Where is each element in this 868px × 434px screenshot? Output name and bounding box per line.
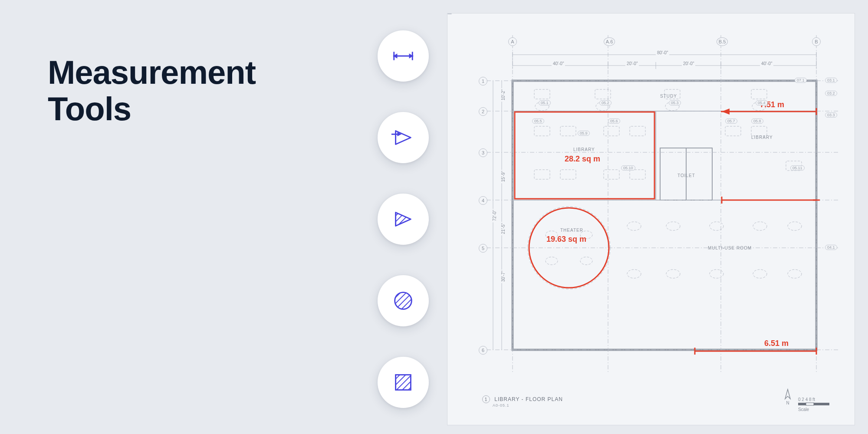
room-library-right: LIBRARY <box>751 135 773 140</box>
svg-point-80 <box>580 257 592 265</box>
title-line-1: Measurement <box>48 54 256 91</box>
scale-values: 0 2 4 8 ft <box>798 397 837 402</box>
scale-label: Scale <box>798 407 837 412</box>
grid-row-4: 4 <box>479 196 487 205</box>
svg-marker-102 <box>785 389 790 399</box>
tag-071: 07.1 <box>795 78 807 83</box>
tag-051: 05.1 <box>539 100 551 105</box>
triangle-area-button[interactable] <box>378 194 429 245</box>
dim-left-total: 72'-0" <box>492 209 497 222</box>
svg-rect-48 <box>534 89 550 99</box>
grid-row-2: 2 <box>479 107 487 116</box>
tag-052: 05.2 <box>599 100 612 105</box>
sheet-ref: A0-05.1 <box>493 403 563 408</box>
room-study: STUDY <box>660 94 677 99</box>
tag-057: 05.7 <box>725 118 737 124</box>
grid-row-1: 1 <box>479 77 487 85</box>
svg-marker-85 <box>722 108 730 115</box>
square-hatch-icon <box>391 370 416 395</box>
svg-point-71 <box>788 222 802 230</box>
dim-left-seg1: 10'-2" <box>501 88 506 102</box>
grid-col-B5: B.5 <box>717 37 728 46</box>
dim-left-seg2: 15'-9" <box>501 170 506 183</box>
tag-053: 05.3 <box>669 100 681 105</box>
measurement-rect-area: 28.2 sq m <box>565 155 600 164</box>
measurement-circle-area: 19.63 sq m <box>546 235 586 244</box>
tag-033: 03.3 <box>825 112 837 118</box>
perimeter-arrow-icon <box>391 125 416 150</box>
svg-rect-57 <box>560 126 576 136</box>
grid-row-6: 6 <box>479 346 487 355</box>
svg-rect-103 <box>798 403 806 405</box>
svg-rect-59 <box>630 126 645 136</box>
svg-point-75 <box>753 270 767 278</box>
svg-line-24 <box>391 370 403 382</box>
svg-rect-31 <box>513 81 816 350</box>
svg-rect-61 <box>560 170 576 179</box>
tag-054: 05.4 <box>756 100 768 105</box>
dim-top-left: 40'-0" <box>552 61 565 66</box>
circle-area-button[interactable] <box>378 275 429 326</box>
grid-col-A6: A.6 <box>604 37 615 46</box>
svg-line-29 <box>404 383 415 394</box>
svg-rect-105 <box>814 403 829 405</box>
sheet-number: 1 <box>482 395 490 403</box>
svg-rect-63 <box>630 170 645 179</box>
circle-hatch-icon <box>391 288 416 313</box>
sheet-title: 1 LIBRARY - FLOOR PLAN A0-05.1 <box>482 395 563 408</box>
tag-059: 05.9 <box>578 131 590 136</box>
perimeter-measure-button[interactable] <box>378 112 429 163</box>
grid-row-3: 3 <box>479 148 487 157</box>
svg-point-70 <box>753 222 767 230</box>
svg-line-10 <box>391 207 409 225</box>
svg-rect-60 <box>534 170 550 179</box>
title-line-2: Tools <box>48 90 131 127</box>
sheet-title-text: LIBRARY - FLOOR PLAN <box>494 396 563 402</box>
tag-055: 05.5 <box>532 118 544 124</box>
svg-rect-104 <box>806 403 814 405</box>
dim-left-seg4: 21'-5" <box>501 222 506 235</box>
tag-0511: 05.11 <box>790 165 805 171</box>
svg-point-79 <box>546 257 558 265</box>
svg-rect-54 <box>751 89 767 99</box>
tag-058: 05.8 <box>751 118 763 124</box>
page-title: Measurement Tools <box>48 54 256 127</box>
svg-point-67 <box>627 222 641 230</box>
svg-rect-50 <box>595 89 611 99</box>
dim-top-total: 80'-0" <box>656 50 669 55</box>
svg-rect-62 <box>604 170 619 179</box>
svg-point-76 <box>788 270 802 278</box>
linear-measure-button[interactable] <box>378 30 429 82</box>
grid-col-A: A <box>508 37 517 46</box>
svg-line-11 <box>391 207 415 231</box>
grid-row-5: 5 <box>479 244 487 253</box>
dim-top-right: 40'-0" <box>760 61 773 66</box>
svg-rect-64 <box>725 126 741 136</box>
dim-left-seg3: 30'-7" <box>501 270 506 283</box>
room-library-left: LIBRARY <box>573 147 595 152</box>
rectangle-area-button[interactable] <box>378 357 429 408</box>
svg-point-69 <box>710 222 723 230</box>
floorplan-drawing <box>447 13 855 426</box>
tag-056: 05.6 <box>608 118 620 124</box>
svg-point-73 <box>666 270 680 278</box>
dim-top-midl: 20'-0" <box>625 61 639 66</box>
svg-point-68 <box>666 222 680 230</box>
grid-col-B: B <box>812 37 821 46</box>
tool-column <box>378 30 429 408</box>
svg-rect-56 <box>534 126 550 136</box>
tag-041: 04.1 <box>825 245 837 250</box>
svg-point-72 <box>627 270 641 278</box>
svg-rect-58 <box>604 126 619 136</box>
north-label: N <box>782 401 794 405</box>
svg-point-22 <box>395 293 412 309</box>
scale-bar: 0 2 4 8 ft Scale <box>798 397 837 412</box>
tag-032: 03.2 <box>825 91 837 96</box>
tag-0510: 05.10 <box>621 165 635 171</box>
north-indicator: N <box>782 388 794 405</box>
svg-point-74 <box>710 270 723 278</box>
dim-top-midr: 20'-0" <box>682 61 695 66</box>
floorplan-sheet: A A.6 B.5 B 1 2 3 4 5 6 80'-0" 40'-0" 20… <box>447 13 855 425</box>
tag-031: 03.1 <box>825 78 837 83</box>
svg-rect-65 <box>751 126 767 136</box>
